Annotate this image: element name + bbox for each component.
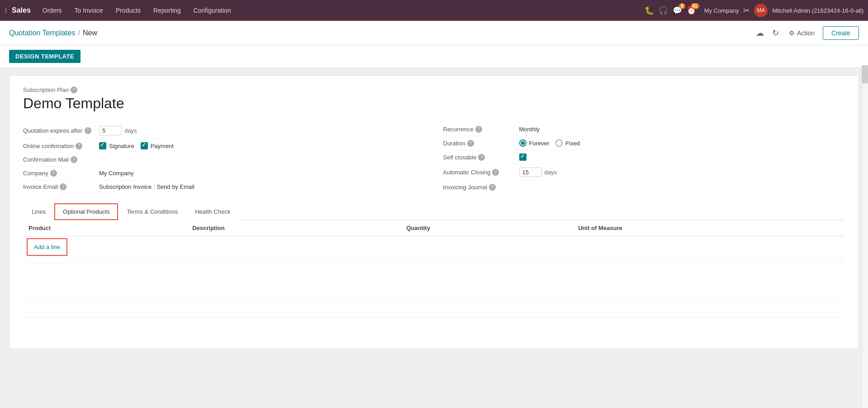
nav-item-reporting[interactable]: Reporting xyxy=(148,0,186,21)
quotation-expires-value: days xyxy=(99,126,137,135)
company-row: Company ? My Company xyxy=(23,167,425,180)
tab-lines[interactable]: Lines xyxy=(23,203,54,220)
form-left-column: Quotation expires after ? days Online co… xyxy=(23,123,425,194)
gear-icon: ⚙ xyxy=(789,29,795,37)
company-help-icon[interactable]: ? xyxy=(50,170,57,177)
form-card: Subscription Plan ? Demo Template Quotat… xyxy=(9,75,859,349)
company-value: My Company xyxy=(99,170,134,177)
online-confirmation-label: Online confirmation ? xyxy=(23,143,95,149)
online-confirmation-help-icon[interactable]: ? xyxy=(76,143,82,149)
invoicing-journal-help-icon[interactable]: ? xyxy=(489,184,496,191)
duration-label: Duration ? xyxy=(443,140,516,147)
form-right-column: Recurrence ? Monthly Duration ? F xyxy=(443,123,845,194)
self-closable-row: Self closable ? xyxy=(443,150,845,164)
online-confirmation-value: Signature Payment xyxy=(99,142,174,149)
design-template-bar: DESIGN TEMPLATE xyxy=(0,45,868,68)
tab-health-check[interactable]: Health Check xyxy=(186,203,239,220)
duration-help-icon[interactable]: ? xyxy=(467,140,474,147)
automatic-closing-label: Automatic Closing ? xyxy=(443,169,516,176)
breadcrumb-bar: Quotation Templates / New ☁ ↻ ⚙ Action C… xyxy=(0,21,868,45)
confirmation-mail-label: Confirmation Mail ? xyxy=(23,156,95,163)
breadcrumb-separator: / xyxy=(78,29,80,37)
create-button[interactable]: Create xyxy=(823,26,859,40)
invoicing-journal-row: Invoicing Journal ? xyxy=(443,181,845,194)
payment-checkbox[interactable] xyxy=(141,142,148,149)
user-name[interactable]: Mitchell Admin (21623424-16-0-all) xyxy=(772,7,863,14)
cloud-save-icon[interactable]: ☁ xyxy=(754,26,766,40)
automatic-closing-row: Automatic Closing ? days xyxy=(443,164,845,181)
confirmation-mail-help-icon[interactable]: ? xyxy=(71,156,77,163)
tabs-bar: Lines Optional Products Terms & Conditio… xyxy=(23,203,845,220)
refresh-icon[interactable]: ↻ xyxy=(770,26,781,40)
action-button[interactable]: ⚙ Action xyxy=(785,28,818,38)
col-unit-of-measure: Unit of Measure xyxy=(573,220,845,236)
avatar[interactable]: MA xyxy=(754,4,768,17)
invoice-email-help-icon[interactable]: ? xyxy=(60,183,66,190)
recurrence-help-icon[interactable]: ? xyxy=(475,126,482,133)
invoice-email-value: Subscription Invoice : Send by Email xyxy=(99,183,194,190)
quotation-expires-label: Quotation expires after ? xyxy=(23,127,95,134)
col-quantity: Quantity xyxy=(401,220,573,236)
invoice-email-label: Invoice Email ? xyxy=(23,183,95,190)
breadcrumb-current: New xyxy=(83,29,97,37)
subscription-plan-label: Subscription Plan ? xyxy=(23,86,845,93)
company-label: Company ? xyxy=(23,170,95,177)
add-line-row: Add a line xyxy=(23,236,845,258)
form-fields-grid: Quotation expires after ? days Online co… xyxy=(23,123,845,194)
optional-products-table: Product Description Quantity Unit of Mea… xyxy=(23,220,845,258)
self-closable-checkbox[interactable] xyxy=(519,154,526,161)
self-closable-label: Self closable ? xyxy=(443,154,516,161)
tool-icon[interactable]: ✂ xyxy=(743,6,749,15)
scrollbar-thumb[interactable] xyxy=(862,65,868,83)
brand-name[interactable]: Sales xyxy=(12,6,31,14)
nav-item-to-invoice[interactable]: To Invoice xyxy=(69,0,109,21)
invoicing-journal-label: Invoicing Journal ? xyxy=(443,184,516,191)
invoice-email-row: Invoice Email ? Subscription Invoice : S… xyxy=(23,180,425,194)
breadcrumb-link[interactable]: Quotation Templates xyxy=(9,29,75,37)
activity-badge: 41 xyxy=(691,3,699,9)
tab-terms-conditions[interactable]: Terms & Conditions xyxy=(118,203,186,220)
support-icon[interactable]: 🎧 xyxy=(659,6,668,15)
toolbar-actions: ☁ ↻ ⚙ Action Create xyxy=(754,26,859,40)
tab-optional-products[interactable]: Optional Products xyxy=(54,203,118,220)
nav-item-configuration[interactable]: Configuration xyxy=(188,0,237,21)
automatic-closing-value: days xyxy=(519,168,557,177)
automatic-closing-help-icon[interactable]: ? xyxy=(492,169,499,176)
automatic-closing-input[interactable] xyxy=(519,168,542,177)
quotation-expires-input[interactable] xyxy=(99,126,122,135)
duration-value: Forever Fixed xyxy=(519,139,580,147)
col-product: Product xyxy=(23,220,187,236)
design-template-button[interactable]: DESIGN TEMPLATE xyxy=(9,50,81,63)
recurrence-row: Recurrence ? Monthly xyxy=(443,123,845,136)
scrollbar[interactable] xyxy=(862,65,868,408)
self-closable-value xyxy=(519,154,526,161)
top-navigation: ⁝ Sales Orders To Invoice Products Repor… xyxy=(0,0,868,21)
apps-icon[interactable]: ⁝ xyxy=(5,5,7,15)
self-closable-help-icon[interactable]: ? xyxy=(478,154,485,161)
company-name[interactable]: My Company xyxy=(704,7,739,14)
recurrence-value: Monthly xyxy=(519,126,540,133)
duration-fixed-radio[interactable] xyxy=(555,139,563,147)
add-line-button[interactable]: Add a line xyxy=(28,240,66,254)
online-confirmation-row: Online confirmation ? Signature Payment xyxy=(23,139,425,153)
signature-checkbox[interactable] xyxy=(99,142,106,149)
confirmation-mail-row: Confirmation Mail ? xyxy=(23,153,425,167)
duration-row: Duration ? Forever Fixed xyxy=(443,136,845,150)
nav-item-products[interactable]: Products xyxy=(110,0,146,21)
quotation-expires-row: Quotation expires after ? days xyxy=(23,123,425,139)
template-title[interactable]: Demo Template xyxy=(23,95,845,112)
bug-icon[interactable]: 🐛 xyxy=(645,6,654,15)
nav-item-orders[interactable]: Orders xyxy=(37,0,67,21)
nav-icons-group: 🐛 🎧 💬 8 ⏰ 41 My Company ✂ MA Mitchell Ad… xyxy=(645,4,863,17)
breadcrumb: Quotation Templates / New xyxy=(9,29,97,37)
chat-badge: 8 xyxy=(679,3,685,9)
quotation-expires-help-icon[interactable]: ? xyxy=(85,127,91,134)
recurrence-label: Recurrence ? xyxy=(443,126,516,133)
duration-forever-radio[interactable] xyxy=(519,139,526,147)
subscription-plan-help-icon[interactable]: ? xyxy=(71,86,77,93)
col-description: Description xyxy=(187,220,401,236)
main-content: Subscription Plan ? Demo Template Quotat… xyxy=(0,68,868,408)
